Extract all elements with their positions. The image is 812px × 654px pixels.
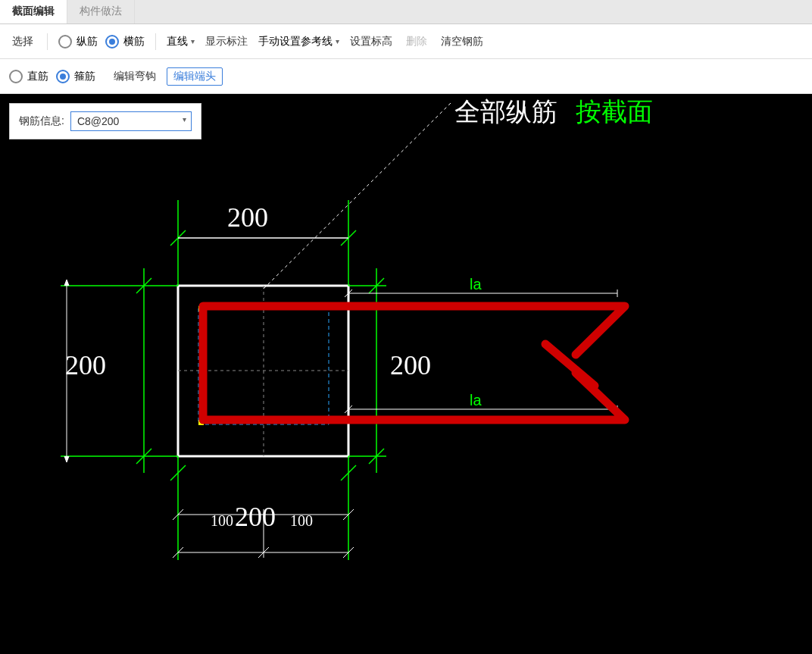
toolbar-secondary: 直筋 箍筋 编辑弯钩 编辑端头 bbox=[0, 59, 812, 94]
dropdown-label: 直线 bbox=[167, 35, 188, 49]
radio-label: 箍筋 bbox=[74, 70, 95, 83]
radio-icon bbox=[58, 35, 72, 49]
separator bbox=[155, 33, 156, 50]
title-white: 全部纵筋 bbox=[454, 97, 557, 126]
la-bottom-text: la bbox=[470, 392, 482, 408]
dim-bottom-small-left: 100 bbox=[211, 512, 233, 529]
manual-refline-dropdown[interactable]: 手动设置参考线 ▾ bbox=[258, 35, 339, 49]
radio-transverse[interactable]: 横筋 bbox=[105, 35, 145, 49]
tab-section-edit[interactable]: 截面编辑 bbox=[0, 0, 67, 23]
dim-green-lines bbox=[61, 200, 386, 560]
toolbar-main: 选择 纵筋 横筋 直线 ▾ 显示标注 手动设置参考线 ▾ 设置标高 删除 清空钢… bbox=[0, 24, 812, 59]
rebar-info-panel: 钢筋信息: C8@200 bbox=[9, 103, 201, 139]
dim-inner-right-text: 200 bbox=[390, 350, 431, 380]
set-elevation-button[interactable]: 设置标高 bbox=[347, 33, 395, 50]
tab-component-method[interactable]: 构件做法 bbox=[67, 0, 135, 23]
show-annotation-button[interactable]: 显示标注 bbox=[202, 33, 251, 50]
dim-bottom-text: 200 bbox=[235, 502, 276, 532]
radio-stirrup[interactable]: 箍筋 bbox=[56, 70, 95, 83]
chevron-down-icon: ▾ bbox=[336, 37, 339, 45]
edit-end-button[interactable]: 编辑端头 bbox=[167, 67, 223, 86]
radio-icon bbox=[9, 70, 23, 83]
svg-drawing: 全部纵筋 按截面 bbox=[0, 94, 803, 640]
radio-label: 直筋 bbox=[27, 70, 48, 83]
chevron-down-icon: ▾ bbox=[191, 37, 195, 45]
radio-longitudinal[interactable]: 纵筋 bbox=[58, 35, 98, 49]
leader-line bbox=[261, 103, 451, 291]
select-tool[interactable]: 选择 bbox=[9, 33, 36, 50]
line-dropdown[interactable]: 直线 ▾ bbox=[167, 35, 195, 49]
tabs-bar: 截面编辑 构件做法 bbox=[0, 0, 812, 24]
radio-icon bbox=[56, 70, 70, 83]
delete-button[interactable]: 删除 bbox=[403, 33, 430, 50]
dim-left-text: 200 bbox=[65, 350, 106, 380]
la-top-text: la bbox=[470, 276, 482, 293]
dim-bottom-small-right: 100 bbox=[290, 512, 313, 529]
dim-top-text: 200 bbox=[227, 202, 268, 233]
clear-rebar-button[interactable]: 清空钢筋 bbox=[438, 33, 486, 50]
rebar-info-label: 钢筋信息: bbox=[19, 114, 64, 128]
radio-icon bbox=[105, 35, 119, 49]
radio-straight[interactable]: 直筋 bbox=[9, 70, 48, 83]
separator bbox=[47, 33, 48, 50]
red-x-line bbox=[545, 344, 595, 386]
rebar-info-select[interactable]: C8@200 bbox=[70, 111, 192, 131]
dropdown-label: 手动设置参考线 bbox=[258, 35, 333, 49]
radio-label: 横筋 bbox=[123, 35, 145, 49]
drawing-canvas[interactable]: 钢筋信息: C8@200 全部纵筋 按截面 bbox=[0, 94, 812, 654]
edit-hook-button[interactable]: 编辑弯钩 bbox=[111, 68, 159, 85]
title-green: 按截面 bbox=[576, 97, 653, 126]
radio-label: 纵筋 bbox=[77, 35, 98, 49]
